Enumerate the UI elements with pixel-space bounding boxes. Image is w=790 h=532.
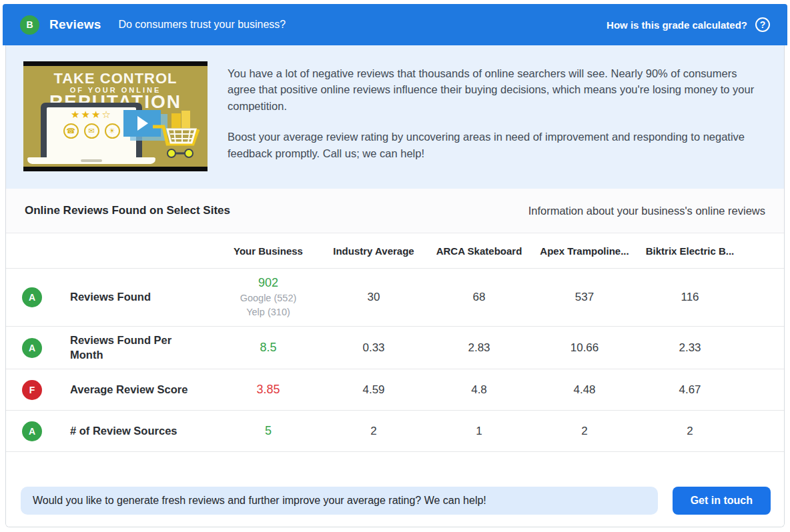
review-source-detail: Yelp (310) [216, 305, 321, 319]
grade-badge: A [22, 338, 42, 358]
grade-help-link[interactable]: How is this grade calculated? ? [607, 17, 770, 32]
question-circle-icon[interactable]: ? [755, 17, 770, 32]
cta-message: Would you like to generate fresh reviews… [21, 487, 658, 515]
metric-value: 0.33 [321, 341, 426, 355]
table-row: A # of Review Sources 5 2122 [6, 411, 784, 452]
review-source-detail: Google (552) [216, 291, 321, 305]
metric-value: 10.66 [532, 341, 637, 355]
star-rating-icon: ★★★☆ [47, 107, 136, 122]
metric-value: 2 [637, 425, 743, 438]
your-business-cell: 5 [216, 423, 321, 439]
column-header: Apex Trampoline... [532, 245, 637, 257]
metric-value: 537 [532, 291, 637, 304]
footer-cta-section: Would you like to generate fresh reviews… [6, 475, 784, 527]
metric-value: 1 [426, 425, 532, 438]
metric-value: 4.8 [426, 383, 532, 397]
lightbulb-icon: ☀ [105, 123, 120, 139]
shopping-cart-icon [151, 108, 200, 161]
your-business-cell: 902 Google (552)Yelp (310) [216, 275, 321, 319]
metric-label: # of Review Sources [70, 424, 216, 438]
your-business-value: 3.85 [216, 382, 321, 397]
table-body: A Reviews Found 902 Google (552)Yelp (31… [6, 269, 784, 452]
grade-help-label[interactable]: How is this grade calculated? [607, 19, 747, 31]
metric-value: 30 [321, 291, 426, 304]
page-title: Reviews [49, 17, 101, 32]
your-business-value: 5 [216, 423, 321, 439]
metric-value: 4.48 [532, 383, 637, 397]
contact-icons: ☎ ✉ ☀ [47, 123, 136, 139]
mail-icon: ✉ [84, 123, 99, 139]
section-subtitle: Information about your business's online… [528, 205, 765, 217]
phone-icon: ☎ [63, 123, 79, 139]
table-header-row: Your BusinessIndustry AverageARCA Skateb… [6, 233, 784, 269]
metric-label: Reviews Found Per Month [70, 333, 216, 362]
metric-value: 2.83 [426, 341, 532, 355]
get-in-touch-button[interactable]: Get in touch [673, 487, 771, 515]
metric-value: 68 [426, 291, 532, 304]
grade-badge: F [22, 380, 42, 400]
table-row: F Average Review Score 3.85 4.594.84.484… [6, 369, 784, 411]
your-business-value: 8.5 [216, 340, 321, 355]
metric-label: Average Review Score [70, 383, 216, 397]
metric-value: 2 [532, 425, 637, 438]
section-bar: Online Reviews Found on Select Sites Inf… [6, 189, 784, 233]
laptop-screen: ★★★☆ ☎ ✉ ☀ [47, 107, 136, 159]
reviews-header: B Reviews Do consumers trust your busine… [3, 4, 787, 45]
your-business-value: 902 [216, 275, 321, 291]
column-header: Industry Average [321, 245, 426, 257]
page-subtitle: Do consumers trust your business? [118, 19, 286, 31]
column-header: ARCA Skateboard [426, 245, 532, 257]
your-business-cell: 3.85 [216, 382, 321, 398]
grade-badge: A [22, 421, 42, 441]
intro-section: TAKE CONTROL OF YOUR ONLINE REPUTATION ★… [6, 45, 784, 189]
metric-value: 4.67 [637, 383, 743, 397]
your-business-cell: 8.5 [216, 340, 321, 356]
metric-value: 4.59 [321, 383, 426, 397]
reviews-report-page: B Reviews Do consumers trust your busine… [0, 0, 790, 532]
video-thumbnail[interactable]: TAKE CONTROL OF YOUR ONLINE REPUTATION ★… [23, 61, 208, 171]
section-title: Online Reviews Found on Select Sites [25, 204, 230, 217]
your-business-details: Google (552)Yelp (310) [216, 291, 321, 319]
section-grade-badge: B [20, 15, 39, 35]
table-row: A Reviews Found 902 Google (552)Yelp (31… [6, 269, 784, 327]
video-title-line1: TAKE CONTROL [23, 70, 208, 87]
table-row: A Reviews Found Per Month 8.5 0.332.8310… [6, 327, 784, 369]
intro-paragraph-2: Boost your average review rating by unco… [228, 129, 767, 161]
intro-copy: You have a lot of negative reviews that … [228, 61, 767, 171]
reviews-table: Your BusinessIndustry AverageARCA Skateb… [6, 233, 784, 475]
column-header: Your Business [216, 245, 321, 257]
column-header: Biktrix Electric B... [637, 245, 743, 257]
laptop-base [27, 157, 155, 164]
metric-value: 116 [637, 291, 743, 304]
reviews-card: TAKE CONTROL OF YOUR ONLINE REPUTATION ★… [5, 45, 785, 527]
intro-paragraph-1: You have a lot of negative reviews that … [228, 65, 767, 114]
metric-label: Reviews Found [70, 290, 216, 304]
grade-badge: A [22, 287, 42, 307]
metric-value: 2 [321, 425, 426, 438]
metric-value: 2.33 [637, 341, 743, 355]
